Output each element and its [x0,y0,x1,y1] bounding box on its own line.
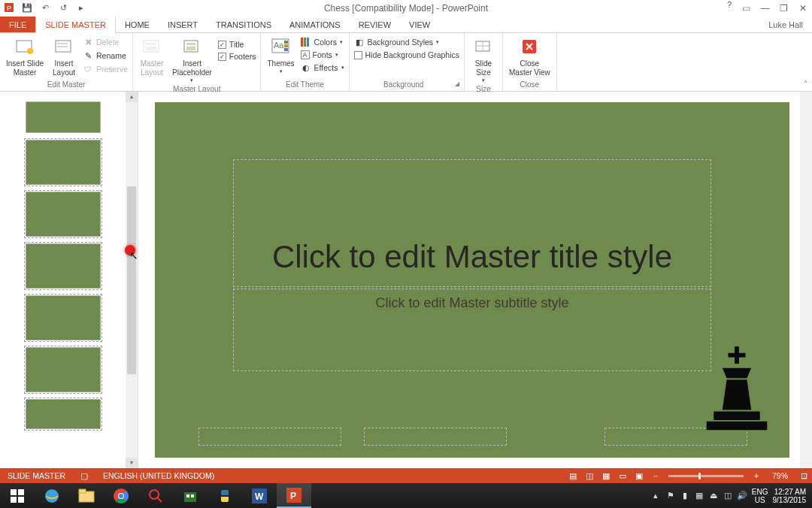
svg-rect-8 [146,43,156,45]
tab-insert[interactable]: INSERT [159,17,207,32]
user-name[interactable]: Luke Hall [768,17,812,32]
colors-button[interactable]: Colors ▾ [299,36,346,48]
svg-text:W: W [255,491,264,502]
tray-clock[interactable]: 12:27 AM 9/13/2015 [773,488,811,504]
tab-review[interactable]: REVIEW [350,17,400,32]
tray-volume-icon[interactable]: 🔊 [737,491,747,501]
slide-size-icon [473,36,494,57]
tray-network-icon[interactable]: ◫ [723,491,733,501]
layout-thumbnail[interactable] [26,192,101,237]
tray-language[interactable]: ENG US [752,488,768,504]
tray-security-icon[interactable]: ⚑ [665,491,676,501]
taskbar-word-icon[interactable]: W [242,483,277,508]
tab-animations[interactable]: ANIMATIONS [280,17,350,32]
layout-thumbnail[interactable] [26,347,101,392]
layout-thumbnail[interactable] [26,243,101,289]
close-master-view-button[interactable]: Close Master View [506,35,553,79]
slide-thumbnail-pane[interactable]: ▴ ▾ ↖ [0,92,138,468]
scroll-up-icon[interactable]: ▴ [126,92,138,102]
slide-size-button[interactable]: Slide Size ▾ [468,35,499,85]
tray-app-icon[interactable]: ▦ [694,491,704,501]
scroll-thumb[interactable] [127,186,136,374]
background-styles-button[interactable]: ◧Background Styles ▾ [353,36,461,48]
delete-button: ✖Delete [81,36,129,48]
start-from-beginning-icon[interactable]: ▸ [76,2,86,13]
restore-button[interactable]: ❐ [774,0,793,17]
insert-layout-button[interactable]: Insert Layout [48,35,80,79]
title-checkbox[interactable]: ✓Title [217,39,258,50]
insert-slide-master-icon [14,36,35,57]
svg-rect-26 [18,497,24,503]
layout-thumbnail[interactable] [26,399,101,429]
slide-edit-area[interactable]: Click to edit Master title style Click t… [138,92,812,468]
taskbar-chrome-icon[interactable] [104,483,138,508]
date-placeholder[interactable] [198,428,341,446]
reading-view-icon[interactable]: ▭ [614,471,631,481]
powerpoint-app-icon[interactable]: P [4,2,14,13]
close-window-button[interactable]: ✕ [793,0,812,17]
tab-slide-master[interactable]: SLIDE MASTER [35,17,116,33]
status-spellcheck-icon[interactable]: ▢ [73,471,95,480]
tab-view[interactable]: VIEW [400,17,439,32]
ribbon-display-options-icon[interactable]: ▭ [737,0,756,17]
taskbar-store-icon[interactable] [173,483,208,508]
minimize-button[interactable]: — [756,0,774,17]
layout-thumbnail[interactable] [26,101,101,133]
background-dialog-launcher[interactable]: ◢ [455,80,459,87]
taskbar-explorer-icon[interactable] [69,483,104,508]
save-icon[interactable]: 💾 [22,2,32,13]
rename-button[interactable]: ✎Rename [81,50,129,62]
svg-point-35 [150,490,159,499]
svg-text:P: P [290,491,296,501]
zoom-slider[interactable] [668,475,744,477]
tray-usb-icon[interactable]: ⏏ [708,491,719,501]
status-language[interactable]: ENGLISH (UNITED KINGDOM) [95,471,222,480]
undo-icon[interactable]: ↶ [40,2,50,13]
themes-icon: Aa [271,36,292,57]
fonts-button[interactable]: AFonts ▾ [299,50,346,60]
svg-line-36 [158,498,162,502]
slide-sorter-icon[interactable]: ▦ [598,471,614,481]
slideshow-icon[interactable]: ▣ [631,471,647,481]
taskbar-python-icon[interactable] [208,483,242,508]
taskbar-magnifier-icon[interactable] [138,483,173,508]
group-edit-master: Edit Master [3,80,129,89]
tray-show-hidden-icon[interactable]: ▴ [650,491,661,501]
hide-background-checkbox[interactable]: Hide Background Graphics [353,50,461,60]
collapse-ribbon-icon[interactable]: ˄ [804,80,807,88]
tab-file[interactable]: FILE [0,17,35,32]
group-close: Close [506,80,553,89]
thumbnail-scrollbar[interactable]: ▴ ▾ [126,92,138,468]
effects-button[interactable]: ◐Effects ▾ [299,62,346,74]
tab-transitions[interactable]: TRANSITIONS [207,17,280,32]
master-subtitle-placeholder[interactable]: Click to edit Master subtitle style [233,289,711,371]
fonts-icon: A [301,50,310,59]
slide-canvas[interactable]: Click to edit Master title style Click t… [155,102,789,458]
insert-placeholder-button[interactable]: Insert Placeholder ▾ [169,35,215,85]
status-mode[interactable]: SLIDE MASTER [0,471,73,480]
svg-point-34 [119,494,123,498]
themes-button[interactable]: Aa Themes ▾ [264,35,297,76]
fit-to-window-icon[interactable]: ⊡ [795,471,812,481]
layout-thumbnail[interactable] [26,295,101,340]
footer-placeholder[interactable] [364,428,507,446]
start-button[interactable] [0,483,35,508]
zoom-level[interactable]: 79% [765,471,795,480]
svg-rect-9 [146,47,156,50]
tray-battery-icon[interactable]: ▮ [680,491,690,501]
footers-checkbox[interactable]: ✓Footers [217,51,258,62]
normal-view-icon[interactable]: ◫ [581,471,598,481]
editor-scrollbar[interactable] [800,92,812,468]
tab-home[interactable]: HOME [116,17,159,32]
taskbar-ie-icon[interactable] [35,483,69,508]
master-title-placeholder[interactable]: Click to edit Master title style [233,159,711,287]
redo-icon[interactable]: ↺ [58,2,68,13]
layout-thumbnail[interactable] [26,140,101,185]
comments-icon[interactable]: ▤ [565,471,581,481]
zoom-in-button[interactable]: + [748,471,765,480]
zoom-out-button[interactable]: − [647,471,664,480]
insert-slide-master-button[interactable]: Insert Slide Master [3,35,47,79]
help-icon[interactable]: ? [722,0,737,17]
scroll-down-icon[interactable]: ▾ [126,458,138,468]
taskbar-powerpoint-icon[interactable]: P [277,483,311,508]
